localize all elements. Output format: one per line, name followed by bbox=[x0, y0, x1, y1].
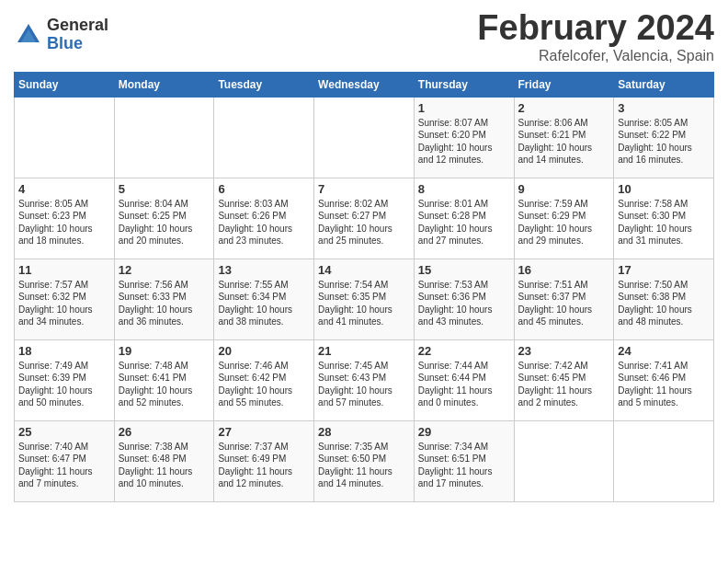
day-number: 5 bbox=[119, 182, 210, 196]
day-info: Sunrise: 8:07 AM Sunset: 6:20 PM Dayligh… bbox=[418, 117, 510, 167]
day-number: 21 bbox=[318, 344, 410, 358]
calendar-header-cell: Wednesday bbox=[314, 72, 415, 97]
calendar-day-cell: 5Sunrise: 8:04 AM Sunset: 6:25 PM Daylig… bbox=[114, 178, 214, 259]
day-number: 13 bbox=[218, 263, 310, 277]
location-title: Rafelcofer, Valencia, Spain bbox=[477, 48, 714, 64]
calendar-day-cell: 16Sunrise: 7:51 AM Sunset: 6:37 PM Dayli… bbox=[514, 259, 614, 339]
logo: General Blue bbox=[14, 17, 108, 53]
day-number: 6 bbox=[218, 182, 310, 196]
day-info: Sunrise: 8:06 AM Sunset: 6:21 PM Dayligh… bbox=[518, 117, 610, 167]
calendar-day-cell: 6Sunrise: 8:03 AM Sunset: 6:26 PM Daylig… bbox=[214, 178, 314, 259]
calendar-day-cell: 8Sunrise: 8:01 AM Sunset: 6:28 PM Daylig… bbox=[414, 178, 514, 259]
day-info: Sunrise: 7:48 AM Sunset: 6:41 PM Dayligh… bbox=[119, 360, 210, 409]
day-info: Sunrise: 7:59 AM Sunset: 6:29 PM Dayligh… bbox=[518, 198, 610, 247]
calendar-day-cell: 28Sunrise: 7:35 AM Sunset: 6:50 PM Dayli… bbox=[314, 420, 415, 501]
day-info: Sunrise: 7:56 AM Sunset: 6:33 PM Dayligh… bbox=[119, 279, 210, 328]
day-number: 14 bbox=[318, 263, 410, 277]
calendar-day-cell: 4Sunrise: 8:05 AM Sunset: 6:23 PM Daylig… bbox=[15, 178, 115, 259]
calendar-day-cell: 23Sunrise: 7:42 AM Sunset: 6:45 PM Dayli… bbox=[514, 339, 614, 420]
day-number: 10 bbox=[618, 182, 710, 196]
day-info: Sunrise: 7:50 AM Sunset: 6:38 PM Dayligh… bbox=[618, 279, 710, 328]
calendar-day-cell: 29Sunrise: 7:34 AM Sunset: 6:51 PM Dayli… bbox=[414, 420, 514, 501]
day-number: 11 bbox=[18, 263, 110, 277]
day-info: Sunrise: 8:02 AM Sunset: 6:27 PM Dayligh… bbox=[318, 198, 410, 247]
calendar-day-cell: 12Sunrise: 7:56 AM Sunset: 6:33 PM Dayli… bbox=[114, 259, 214, 339]
day-info: Sunrise: 7:38 AM Sunset: 6:48 PM Dayligh… bbox=[119, 441, 210, 490]
day-info: Sunrise: 7:42 AM Sunset: 6:45 PM Dayligh… bbox=[518, 360, 610, 409]
calendar-day-cell: 2Sunrise: 8:06 AM Sunset: 6:21 PM Daylig… bbox=[514, 97, 614, 178]
calendar-day-cell: 22Sunrise: 7:44 AM Sunset: 6:44 PM Dayli… bbox=[414, 339, 514, 420]
calendar-header-cell: Saturday bbox=[614, 72, 714, 97]
day-info: Sunrise: 7:57 AM Sunset: 6:32 PM Dayligh… bbox=[18, 279, 110, 328]
calendar-week-row: 25Sunrise: 7:40 AM Sunset: 6:47 PM Dayli… bbox=[15, 420, 714, 501]
calendar-week-row: 11Sunrise: 7:57 AM Sunset: 6:32 PM Dayli… bbox=[15, 259, 714, 339]
day-number: 25 bbox=[18, 425, 110, 439]
day-info: Sunrise: 7:44 AM Sunset: 6:44 PM Dayligh… bbox=[418, 360, 510, 409]
calendar-day-cell bbox=[15, 97, 115, 178]
day-info: Sunrise: 8:05 AM Sunset: 6:22 PM Dayligh… bbox=[618, 117, 710, 167]
day-number: 26 bbox=[119, 425, 210, 439]
day-number: 9 bbox=[518, 182, 610, 196]
day-info: Sunrise: 7:54 AM Sunset: 6:35 PM Dayligh… bbox=[318, 279, 410, 328]
day-number: 20 bbox=[218, 344, 310, 358]
calendar-body: 1Sunrise: 8:07 AM Sunset: 6:20 PM Daylig… bbox=[15, 97, 714, 501]
calendar-table: SundayMondayTuesdayWednesdayThursdayFrid… bbox=[14, 72, 714, 502]
calendar-day-cell bbox=[514, 420, 614, 501]
calendar-week-row: 1Sunrise: 8:07 AM Sunset: 6:20 PM Daylig… bbox=[15, 97, 714, 178]
day-info: Sunrise: 8:05 AM Sunset: 6:23 PM Dayligh… bbox=[18, 198, 110, 247]
calendar-header-cell: Thursday bbox=[414, 72, 514, 97]
logo-blue-text: Blue bbox=[47, 35, 108, 53]
calendar-header-cell: Tuesday bbox=[214, 72, 314, 97]
calendar-day-cell: 18Sunrise: 7:49 AM Sunset: 6:39 PM Dayli… bbox=[15, 339, 115, 420]
calendar-day-cell: 13Sunrise: 7:55 AM Sunset: 6:34 PM Dayli… bbox=[214, 259, 314, 339]
calendar-day-cell bbox=[314, 97, 415, 178]
day-number: 12 bbox=[119, 263, 210, 277]
day-info: Sunrise: 7:40 AM Sunset: 6:47 PM Dayligh… bbox=[18, 441, 110, 490]
day-info: Sunrise: 7:49 AM Sunset: 6:39 PM Dayligh… bbox=[18, 360, 110, 409]
calendar-week-row: 18Sunrise: 7:49 AM Sunset: 6:39 PM Dayli… bbox=[15, 339, 714, 420]
calendar-header-cell: Friday bbox=[514, 72, 614, 97]
day-info: Sunrise: 7:53 AM Sunset: 6:36 PM Dayligh… bbox=[418, 279, 510, 328]
day-info: Sunrise: 8:01 AM Sunset: 6:28 PM Dayligh… bbox=[418, 198, 510, 247]
day-number: 3 bbox=[618, 101, 710, 115]
calendar-day-cell: 20Sunrise: 7:46 AM Sunset: 6:42 PM Dayli… bbox=[214, 339, 314, 420]
title-area: February 2024 Rafelcofer, Valencia, Spai… bbox=[477, 9, 714, 64]
calendar-day-cell bbox=[114, 97, 214, 178]
day-info: Sunrise: 7:55 AM Sunset: 6:34 PM Dayligh… bbox=[218, 279, 310, 328]
page-header: General Blue February 2024 Rafelcofer, V… bbox=[14, 9, 714, 64]
day-number: 22 bbox=[418, 344, 510, 358]
day-number: 16 bbox=[518, 263, 610, 277]
logo-icon bbox=[14, 20, 43, 50]
calendar-day-cell: 27Sunrise: 7:37 AM Sunset: 6:49 PM Dayli… bbox=[214, 420, 314, 501]
day-number: 2 bbox=[518, 101, 610, 115]
day-info: Sunrise: 7:45 AM Sunset: 6:43 PM Dayligh… bbox=[318, 360, 410, 409]
calendar-day-cell: 9Sunrise: 7:59 AM Sunset: 6:29 PM Daylig… bbox=[514, 178, 614, 259]
calendar-day-cell: 25Sunrise: 7:40 AM Sunset: 6:47 PM Dayli… bbox=[15, 420, 115, 501]
day-number: 23 bbox=[518, 344, 610, 358]
calendar-day-cell: 14Sunrise: 7:54 AM Sunset: 6:35 PM Dayli… bbox=[314, 259, 415, 339]
day-info: Sunrise: 7:37 AM Sunset: 6:49 PM Dayligh… bbox=[218, 441, 310, 490]
day-number: 8 bbox=[418, 182, 510, 196]
calendar-day-cell: 1Sunrise: 8:07 AM Sunset: 6:20 PM Daylig… bbox=[414, 97, 514, 178]
month-year-title: February 2024 bbox=[477, 9, 714, 48]
day-number: 27 bbox=[218, 425, 310, 439]
calendar-day-cell: 21Sunrise: 7:45 AM Sunset: 6:43 PM Dayli… bbox=[314, 339, 415, 420]
day-number: 28 bbox=[318, 425, 410, 439]
calendar-day-cell: 17Sunrise: 7:50 AM Sunset: 6:38 PM Dayli… bbox=[614, 259, 714, 339]
calendar-day-cell: 7Sunrise: 8:02 AM Sunset: 6:27 PM Daylig… bbox=[314, 178, 415, 259]
day-number: 19 bbox=[119, 344, 210, 358]
calendar-day-cell: 24Sunrise: 7:41 AM Sunset: 6:46 PM Dayli… bbox=[614, 339, 714, 420]
day-number: 1 bbox=[418, 101, 510, 115]
day-info: Sunrise: 8:04 AM Sunset: 6:25 PM Dayligh… bbox=[119, 198, 210, 247]
calendar-header-cell: Sunday bbox=[15, 72, 115, 97]
day-number: 24 bbox=[618, 344, 710, 358]
calendar-day-cell: 15Sunrise: 7:53 AM Sunset: 6:36 PM Dayli… bbox=[414, 259, 514, 339]
calendar-header-row: SundayMondayTuesdayWednesdayThursdayFrid… bbox=[15, 72, 714, 97]
calendar-day-cell: 11Sunrise: 7:57 AM Sunset: 6:32 PM Dayli… bbox=[15, 259, 115, 339]
day-number: 18 bbox=[18, 344, 110, 358]
day-number: 17 bbox=[618, 263, 710, 277]
calendar-day-cell bbox=[214, 97, 314, 178]
day-number: 29 bbox=[418, 425, 510, 439]
day-info: Sunrise: 7:34 AM Sunset: 6:51 PM Dayligh… bbox=[418, 441, 510, 490]
calendar-day-cell bbox=[614, 420, 714, 501]
